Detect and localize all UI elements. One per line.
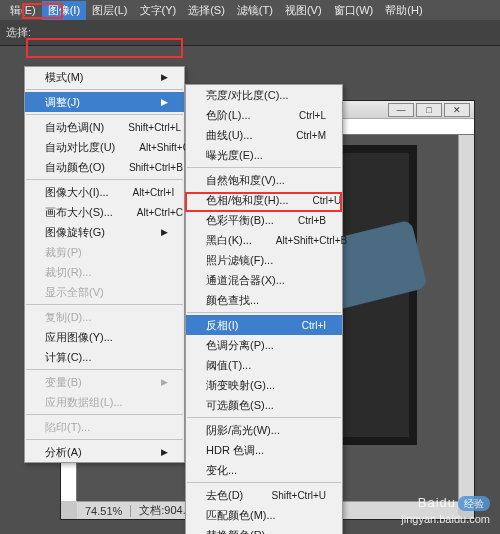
menu-1[interactable]: 图像(I) [42, 1, 86, 20]
menu-item[interactable]: 画布大小(S)...Alt+Ctrl+C [25, 202, 184, 222]
menu-item: 变量(B)▶ [25, 372, 184, 392]
close-button[interactable]: ✕ [444, 103, 470, 117]
menu-item[interactable]: 应用图像(Y)... [25, 327, 184, 347]
menu-item[interactable]: 色阶(L)...Ctrl+L [186, 105, 342, 125]
maximize-button[interactable]: □ [416, 103, 442, 117]
menu-item[interactable]: 阴影/高光(W)... [186, 420, 342, 440]
menu-item[interactable]: 黑白(K)...Alt+Shift+Ctrl+B [186, 230, 342, 250]
workspace: — □ ✕ 04812162024 74.51% 文档:904.5K/2.06M… [0, 46, 500, 534]
menu-item[interactable]: 色相/饱和度(H)...Ctrl+U [186, 190, 342, 210]
menu-item[interactable]: 调整(J)▶ [25, 92, 184, 112]
menu-item[interactable]: 照片滤镜(F)... [186, 250, 342, 270]
menu-item[interactable]: 曲线(U)...Ctrl+M [186, 125, 342, 145]
menu-item[interactable]: 自动颜色(O)Shift+Ctrl+B [25, 157, 184, 177]
menu-item[interactable]: 匹配颜色(M)... [186, 505, 342, 525]
menu-item: 裁剪(P) [25, 242, 184, 262]
menu-6[interactable]: 视图(V) [279, 1, 328, 20]
menu-item[interactable]: 通道混合器(X)... [186, 270, 342, 290]
menu-item[interactable]: 图像大小(I)...Alt+Ctrl+I [25, 182, 184, 202]
menu-item: 应用数据组(L)... [25, 392, 184, 412]
menu-5[interactable]: 滤镜(T) [231, 1, 279, 20]
vertical-scrollbar[interactable] [458, 135, 474, 501]
menu-item[interactable]: 计算(C)... [25, 347, 184, 367]
adjustments-submenu[interactable]: 亮度/对比度(C)...色阶(L)...Ctrl+L曲线(U)...Ctrl+M… [185, 84, 343, 534]
menu-3[interactable]: 文字(Y) [134, 1, 183, 20]
minimize-button[interactable]: — [388, 103, 414, 117]
menu-item[interactable]: 自动色调(N)Shift+Ctrl+L [25, 117, 184, 137]
menu-item[interactable]: 颜色查找... [186, 290, 342, 310]
menu-item: 裁切(R)... [25, 262, 184, 282]
menu-item[interactable]: 自动对比度(U)Alt+Shift+Ctrl+L [25, 137, 184, 157]
watermark: Baidu经验 jingyan.baidu.com [401, 495, 490, 526]
menu-item[interactable]: 模式(M)▶ [25, 67, 184, 87]
menu-item[interactable]: 亮度/对比度(C)... [186, 85, 342, 105]
menubar: 辑(E)图像(I)图层(L)文字(Y)选择(S)滤镜(T)视图(V)窗口(W)帮… [0, 0, 500, 20]
menu-item[interactable]: 分析(A)▶ [25, 442, 184, 462]
menu-item: 显示全部(V) [25, 282, 184, 302]
menu-item[interactable]: 去色(D)Shift+Ctrl+U [186, 485, 342, 505]
menu-item: 复制(D)... [25, 307, 184, 327]
menu-item[interactable]: 自然饱和度(V)... [186, 170, 342, 190]
image-menu[interactable]: 模式(M)▶调整(J)▶自动色调(N)Shift+Ctrl+L自动对比度(U)A… [24, 66, 185, 463]
menu-item[interactable]: 可选颜色(S)... [186, 395, 342, 415]
menu-item[interactable]: 曝光度(E)... [186, 145, 342, 165]
options-bar: 选择: [0, 20, 500, 46]
menu-item[interactable]: HDR 色调... [186, 440, 342, 460]
selection-label: 选择: [6, 25, 31, 40]
menu-4[interactable]: 选择(S) [182, 1, 231, 20]
menu-item[interactable]: 渐变映射(G)... [186, 375, 342, 395]
menu-7[interactable]: 窗口(W) [328, 1, 380, 20]
menu-item[interactable]: 色彩平衡(B)...Ctrl+B [186, 210, 342, 230]
zoom-level[interactable]: 74.51% [77, 505, 131, 517]
menu-item[interactable]: 色调分离(P)... [186, 335, 342, 355]
menu-item[interactable]: 替换颜色(R)... [186, 525, 342, 534]
menu-0[interactable]: 辑(E) [4, 1, 42, 20]
menu-item[interactable]: 变化... [186, 460, 342, 480]
menu-8[interactable]: 帮助(H) [379, 1, 428, 20]
menu-item: 陷印(T)... [25, 417, 184, 437]
menu-item[interactable]: 图像旋转(G)▶ [25, 222, 184, 242]
menu-item[interactable]: 反相(I)Ctrl+I [186, 315, 342, 335]
menu-2[interactable]: 图层(L) [86, 1, 133, 20]
menu-item[interactable]: 阈值(T)... [186, 355, 342, 375]
